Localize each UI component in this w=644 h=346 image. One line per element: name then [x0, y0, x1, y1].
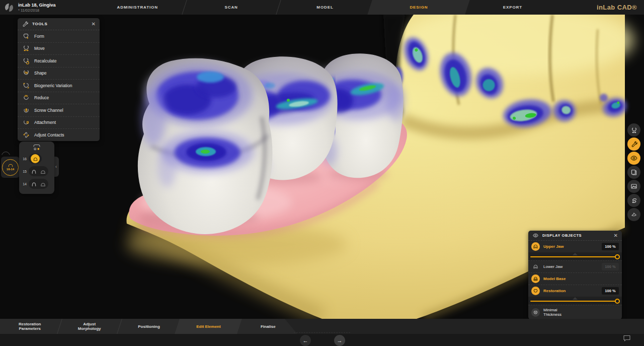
wrench-icon — [22, 21, 29, 28]
slider-knob[interactable] — [615, 254, 620, 259]
speech-bubble-icon — [623, 334, 631, 342]
step-finalise[interactable]: Finalise — [238, 319, 298, 334]
project-title: inLab 18, Gingiva — [18, 3, 56, 8]
tab-model[interactable]: MODEL — [278, 0, 372, 15]
top-bar: inLab 18, Gingiva * 11/02/2018 ADMINISTR… — [0, 0, 644, 15]
tooth-row-15: 15 — [21, 166, 54, 176]
slider-knob[interactable] — [615, 299, 620, 304]
tool-move[interactable]: Move — [18, 42, 100, 55]
polish-icon[interactable] — [627, 208, 640, 221]
right-toolbar — [627, 123, 640, 221]
upper-jaw-slider[interactable] — [528, 252, 622, 260]
display-row-restoration[interactable]: Restoration 100 % — [528, 285, 622, 297]
tab-design[interactable]: DESIGN — [372, 0, 465, 15]
slider-track — [530, 301, 619, 302]
bridge-icon — [33, 144, 41, 151]
step-positioning[interactable]: Positioning — [119, 319, 179, 334]
tool-screw-channel[interactable]: Screw Channel — [18, 104, 100, 116]
attachment-icon — [23, 119, 30, 126]
crown-outline-icon — [40, 181, 46, 187]
tool-reduce[interactable]: Reduce — [18, 92, 100, 104]
adjust-contacts-icon — [23, 131, 30, 139]
brand-logo: inLab CAD® — [559, 0, 644, 15]
model-base-icon — [531, 274, 540, 283]
object-list-icon[interactable] — [627, 166, 640, 179]
tooth-recalculate-icon — [23, 57, 30, 64]
tooth-row-14: 14 — [21, 179, 54, 189]
display-objects-panel: DISPLAY OBJECTS ✕ Upper Jaw 100 % Lower … — [528, 231, 622, 319]
slider-track — [530, 256, 619, 257]
eye-icon — [532, 232, 539, 239]
tooth-row-16: 16 — [21, 154, 54, 164]
tools-panel-header: TOOLS ✕ — [18, 18, 100, 30]
phase-tabs: ADMINISTRATION SCAN MODEL DESIGN EXPORT — [91, 0, 559, 15]
tool-recalculate[interactable]: Recalculate — [18, 54, 100, 67]
view-options-icon[interactable] — [627, 180, 640, 193]
tooth-reduce-icon — [23, 94, 30, 101]
tooth-move-icon — [23, 45, 30, 52]
tools-panel-title: TOOLS — [32, 22, 47, 26]
tooth-variation-icon — [23, 82, 30, 89]
display-objects-title: DISPLAY OBJECTS — [542, 233, 582, 238]
tool-shape[interactable]: Shape — [18, 67, 100, 80]
bottom-strip — [0, 334, 644, 346]
display-row-minimal-thickness[interactable]: Minimal Thickness — [528, 305, 622, 319]
crown-outline-icon — [40, 168, 46, 175]
bridge-icon — [8, 164, 13, 167]
display-row-upper-jaw[interactable]: Upper Jaw 100 % — [528, 241, 622, 252]
tool-attachment[interactable]: Attachment — [18, 116, 100, 129]
crown-filled-icon — [31, 154, 40, 163]
project-info: inLab 18, Gingiva * 11/02/2018 — [18, 3, 56, 13]
restoration-slider[interactable] — [528, 297, 622, 305]
step-back-button[interactable]: ← — [300, 335, 311, 346]
inlab-cad-window: inLab 18, Gingiva * 11/02/2018 ADMINISTR… — [0, 0, 644, 346]
jaw-motion-icon[interactable] — [627, 123, 640, 136]
tooth-selector-panel: 16 15 14 — [19, 142, 54, 194]
tooth-16-restoration[interactable] — [29, 154, 42, 164]
step-edit-element[interactable]: Edit Element — [179, 319, 238, 334]
feedback-button[interactable] — [623, 334, 631, 344]
project-date: * 11/02/2018 — [18, 8, 56, 13]
step-restoration-parameters[interactable]: Restoration Parameters — [0, 319, 59, 334]
tooth-outline-icon — [31, 181, 37, 187]
restoration-range-label: 16-14 — [7, 168, 14, 171]
restoration-range-circle: 16-14 — [2, 159, 19, 176]
sirona-logo — [5, 3, 14, 12]
tab-scan[interactable]: SCAN — [184, 0, 278, 15]
slider-notch — [573, 253, 578, 255]
tooth-15-options[interactable] — [29, 166, 48, 176]
tooth-14-options[interactable] — [29, 179, 48, 189]
minimal-thickness-icon — [531, 308, 540, 317]
slider-notch — [573, 297, 578, 300]
step-adjust-morphology[interactable]: Adjust Morphology — [59, 319, 119, 334]
tab-administration[interactable]: ADMINISTRATION — [91, 0, 184, 15]
tooth-cursor-icon — [23, 33, 30, 40]
smooth-margin-icon[interactable] — [627, 194, 640, 207]
lower-jaw-icon — [531, 262, 540, 271]
restoration-range-badge[interactable]: 16-14 — [1, 157, 20, 178]
tools-icon[interactable] — [627, 137, 640, 151]
display-objects-close-icon[interactable]: ✕ — [614, 233, 618, 238]
upper-jaw-value: 100 % — [602, 243, 619, 250]
restoration-value: 100 % — [602, 287, 619, 295]
step-forward-button[interactable]: → — [334, 335, 345, 346]
display-objects-header: DISPLAY OBJECTS ✕ — [528, 231, 622, 241]
display-row-model-base[interactable]: Model Base — [528, 272, 622, 285]
logo-area: inLab 18, Gingiva * 11/02/2018 — [0, 0, 91, 15]
upper-jaw-icon — [531, 242, 540, 251]
crown-16 — [138, 58, 273, 234]
display-row-lower-jaw[interactable]: Lower Jaw 100 % — [528, 260, 622, 272]
tool-biogeneric-variation[interactable]: Biogeneric Variation — [18, 79, 100, 92]
restoration-icon — [531, 287, 540, 295]
tooth-shape-icon — [23, 70, 30, 77]
workflow-edge-dashes — [294, 332, 350, 333]
tools-close-icon[interactable]: ✕ — [92, 22, 96, 27]
screw-channel-icon — [23, 107, 30, 114]
tool-adjust-contacts[interactable]: Adjust Contacts — [18, 128, 100, 141]
display-objects-icon[interactable] — [627, 152, 640, 165]
tab-export[interactable]: EXPORT — [466, 0, 559, 15]
lower-jaw-value: 100 % — [602, 263, 619, 270]
tool-form[interactable]: Form — [18, 30, 100, 42]
workflow-bar: Restoration Parameters Adjust Morphology… — [0, 319, 298, 334]
tools-panel: TOOLS ✕ Form Move Recalculate — [18, 18, 100, 141]
